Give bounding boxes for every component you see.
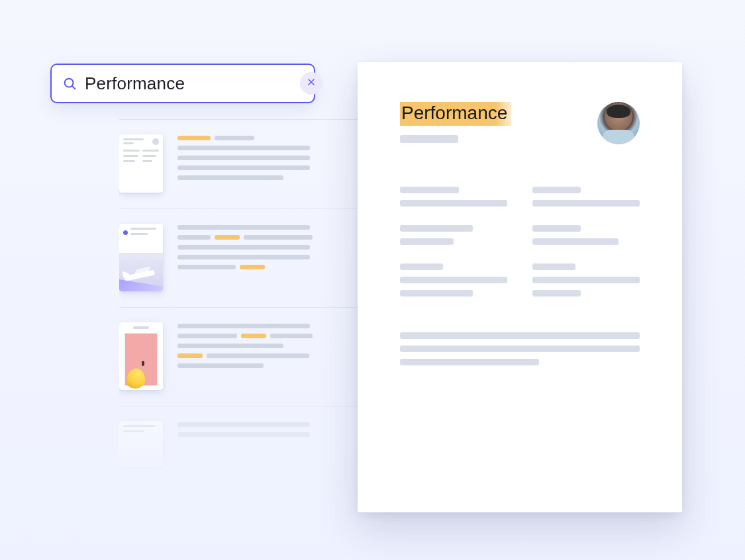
placeholder-block <box>400 187 507 207</box>
highlight-icon <box>240 265 265 269</box>
search-input[interactable] <box>85 73 300 94</box>
placeholder-block <box>532 263 640 297</box>
result-thumbnail-airplane <box>119 224 163 291</box>
close-icon <box>307 77 316 89</box>
highlight-icon <box>215 235 240 240</box>
clear-button[interactable] <box>300 72 323 95</box>
placeholder-block <box>400 225 507 245</box>
placeholder-paragraph <box>400 332 640 365</box>
avatar <box>597 102 640 144</box>
placeholder-block <box>400 263 507 297</box>
search-result[interactable] <box>119 406 397 483</box>
search-bar[interactable] <box>50 64 315 103</box>
result-thumbnail <box>119 421 163 467</box>
highlight-icon <box>177 353 203 358</box>
search-results-panel <box>119 119 397 483</box>
placeholder-block <box>532 225 640 245</box>
search-result[interactable] <box>119 308 397 406</box>
highlight-icon <box>241 334 266 338</box>
placeholder-line <box>400 135 458 143</box>
placeholder-block <box>532 187 640 207</box>
svg-line-1 <box>72 86 75 89</box>
search-result[interactable] <box>119 209 397 307</box>
preview-title: Performance <box>400 102 511 126</box>
highlight-icon <box>177 136 211 140</box>
search-icon <box>62 76 77 91</box>
result-thumbnail-document <box>119 134 163 193</box>
search-result[interactable] <box>119 120 397 209</box>
result-thumbnail-banana <box>119 322 163 390</box>
document-preview: Performance <box>358 62 682 512</box>
